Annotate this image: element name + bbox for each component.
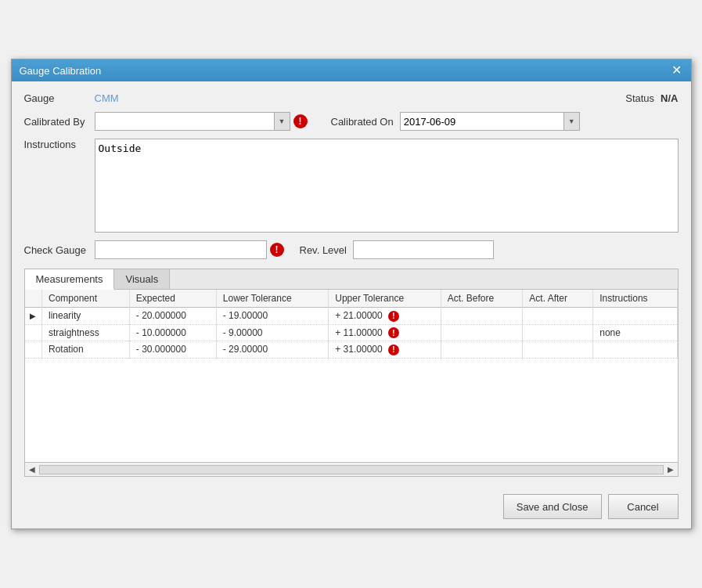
calibrated-on-section: Calibrated On ▼ [331,112,580,131]
calibrated-by-dropdown-btn[interactable]: ▼ [274,113,290,130]
status-value: N/A [661,92,678,104]
cell-component: Rotation [42,341,130,359]
table-row[interactable]: straightness - 10.000000 - 9.00000 + 11.… [25,324,678,341]
col-select [25,290,42,308]
calibrated-on-dropdown-btn[interactable]: ▼ [563,113,579,130]
col-act-before: Act. Before [441,290,523,308]
cell-instructions: none [593,324,677,341]
dialog-footer: Save and Close Cancel [12,488,691,528]
cell-component: straightness [42,324,130,341]
upper-tolerance-error-icon: ! [388,345,399,355]
tab-measurements[interactable]: Measurements [25,269,115,290]
cell-expected: - 10.000000 [129,324,216,341]
instructions-row: Instructions Outside [24,139,679,233]
gauge-value: CMM [95,92,119,104]
cell-act-before [441,324,523,341]
close-button[interactable]: ✕ [670,64,683,77]
measurements-table: Component Expected Lower Tolerance Upper… [25,290,678,359]
cell-instructions [593,341,677,359]
table-row[interactable]: ▶ linearity - 20.000000 - 19.00000 + 21.… [25,308,678,325]
scroll-left-arrow[interactable]: ◀ [27,465,38,474]
col-instructions: Instructions [593,290,677,308]
rev-level-section: Rev. Level [300,240,494,259]
cell-upper-tolerance: + 21.00000 ! [329,308,441,325]
calibrated-by-label: Calibrated By [24,116,95,128]
check-gauge-input[interactable] [95,240,267,259]
calibrated-on-label: Calibrated On [331,116,394,128]
tab-bar: Measurements Visuals [25,269,678,290]
cell-lower-tolerance: - 19.00000 [216,308,329,325]
cell-act-after [523,324,593,341]
gauge-status-row: Gauge CMM Status N/A [24,92,679,104]
scroll-right-arrow[interactable]: ▶ [665,465,676,474]
table-body: ▶ linearity - 20.000000 - 19.00000 + 21.… [25,308,678,359]
col-expected: Expected [129,290,216,308]
row-arrow-cell [25,341,42,359]
cell-act-before [441,341,523,359]
col-component: Component [42,290,130,308]
check-gauge-label: Check Gauge [24,244,95,256]
col-act-after: Act. After [523,290,593,308]
row-arrow-cell [25,324,42,341]
upper-tolerance-error-icon: ! [388,327,399,338]
cell-upper-tolerance: + 11.00000 ! [329,324,441,341]
dialog-title: Gauge Calibration [20,65,102,77]
col-lower-tolerance: Lower Tolerance [216,290,329,308]
instructions-label: Instructions [24,139,95,150]
gauge-section: Gauge CMM [24,92,595,104]
cell-lower-tolerance: - 29.00000 [216,341,329,359]
rev-level-label: Rev. Level [300,244,347,256]
calibrated-on-input[interactable] [401,113,563,130]
calibrated-by-input[interactable] [95,113,274,130]
calibrated-on-dropdown[interactable]: ▼ [400,112,580,131]
table-header-row: Component Expected Lower Tolerance Upper… [25,290,678,308]
upper-tolerance-error-icon: ! [388,311,399,322]
cell-upper-tolerance: + 31.00000 ! [329,341,441,359]
cell-lower-tolerance: - 9.00000 [216,324,329,341]
cancel-button[interactable]: Cancel [608,494,679,519]
save-and-close-button[interactable]: Save and Close [503,494,602,519]
tabs-container: Measurements Visuals Component Expected … [24,269,679,477]
gauge-label: Gauge [24,92,95,104]
calibrated-row: Calibrated By ▼ ! Calibrated On ▼ [24,112,679,131]
check-gauge-row: Check Gauge ! Rev. Level [24,240,679,259]
gauge-calibration-dialog: Gauge Calibration ✕ Gauge CMM Status N/A… [11,59,692,529]
instructions-textarea[interactable]: Outside [95,139,679,233]
status-label: Status [625,92,654,104]
title-bar: Gauge Calibration ✕ [12,60,691,81]
cell-expected: - 20.000000 [129,308,216,325]
table-row[interactable]: Rotation - 30.000000 - 29.00000 + 31.000… [25,341,678,359]
measurements-table-container: Component Expected Lower Tolerance Upper… [25,290,678,462]
col-upper-tolerance: Upper Tolerance [329,290,441,308]
row-arrow-cell: ▶ [25,308,42,325]
tab-visuals[interactable]: Visuals [114,269,170,289]
scroll-track[interactable] [39,465,664,474]
cell-act-after [523,308,593,325]
row-selected-arrow: ▶ [30,312,36,320]
cell-instructions [593,308,677,325]
horizontal-scrollbar[interactable]: ◀ ▶ [25,462,678,476]
cell-act-after [523,341,593,359]
dialog-body: Gauge CMM Status N/A Calibrated By ▼ ! C… [12,81,691,488]
cell-component: linearity [42,308,130,325]
calibrated-by-dropdown[interactable]: ▼ [95,112,290,131]
rev-level-input[interactable] [353,240,494,259]
cell-act-before [441,308,523,325]
cell-expected: - 30.000000 [129,341,216,359]
status-section: Status N/A [625,92,678,104]
calibrated-by-error-icon: ! [293,114,308,128]
check-gauge-error-icon: ! [270,243,284,257]
